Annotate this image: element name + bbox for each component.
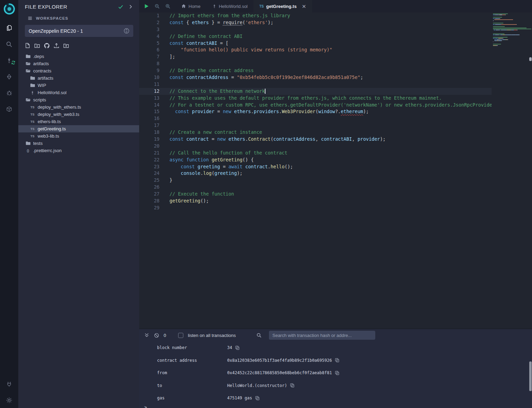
code-token: // Execute the function [170, 191, 234, 197]
minimap-token [493, 41, 493, 42]
clear-console-icon[interactable] [154, 333, 159, 338]
close-tab-icon[interactable]: ✕ [302, 4, 306, 9]
deploy-run-icon[interactable] [5, 72, 14, 81]
zoom-out-icon[interactable] [155, 4, 160, 9]
listen-all-transactions-checkbox[interactable] [178, 333, 183, 338]
file-tree-item-.prettierrc.json[interactable]: {}.prettierrc.json [18, 147, 139, 154]
code-lines[interactable]: 1// Import ethers from the ethers.js lib… [139, 12, 492, 329]
plugin-manager-icon[interactable] [5, 105, 14, 113]
load-folder-icon[interactable] [63, 43, 69, 49]
code-line-5[interactable]: 5const contractABI = [ [139, 40, 492, 47]
hamburger-menu-icon[interactable] [28, 16, 32, 21]
code-line-27[interactable]: 27// Execute the function [139, 191, 492, 198]
tab-getgreeting-ts[interactable]: TS getGreeting.ts ✕ [253, 0, 312, 12]
solidity-compiler-icon[interactable] [5, 56, 14, 65]
file-tree-item-deploy_with_ethers.ts[interactable]: TSdeploy_with_ethers.ts [18, 103, 139, 111]
zoom-in-icon[interactable] [165, 4, 171, 9]
code-line-1[interactable]: 1// Import ethers from the ethers.js lib… [139, 12, 492, 19]
file-tree-item-contracts[interactable]: contracts [18, 67, 139, 74]
copy-icon[interactable] [335, 358, 339, 362]
workspace-selector[interactable]: OpenZeppelin ERC20 - 1 [25, 25, 133, 37]
code-line-16[interactable]: 16 [139, 115, 492, 122]
code-line-4[interactable]: 4// Define the contract ABI [139, 33, 492, 40]
file-tree-item-artifacts[interactable]: artifacts [18, 74, 139, 82]
code-line-28[interactable]: 28getGreeting(); [139, 198, 492, 205]
code-line-21[interactable]: 21// Call the hello function of the cont… [139, 150, 492, 157]
search-icon[interactable] [5, 40, 14, 49]
file-tree-item-label: scripts [33, 97, 46, 102]
file-explorer-icon[interactable] [5, 23, 14, 32]
minimap-token [503, 34, 505, 35]
code-line-3[interactable]: 3 [139, 26, 492, 33]
code-line-13[interactable]: 13// This example uses the default provi… [139, 95, 492, 102]
code-line-9[interactable]: 9// Define the contract address [139, 67, 492, 74]
folder-closed-icon [25, 54, 31, 59]
terminal-search-input[interactable] [269, 331, 375, 340]
file-tree-item-artifacts[interactable]: artifacts [18, 60, 139, 67]
line-content: getGreeting(); [159, 198, 209, 205]
chevron-right-icon[interactable] [128, 4, 133, 9]
page-scrollbar-thumb[interactable] [529, 361, 532, 391]
file-tree-item-.deps[interactable]: .deps [18, 53, 139, 60]
settings-gear-icon[interactable] [5, 396, 14, 405]
code-token: log [203, 170, 212, 176]
tab-helloworld-sol[interactable]: HelloWorld.sol [206, 0, 254, 12]
code-line-2[interactable]: 2const { ethers } = require('ethers'); [139, 19, 492, 26]
line-content: const greeting = await contract.hello(); [159, 163, 293, 170]
code-line-24[interactable]: 24 console.log(greeting); [139, 170, 492, 177]
minimap-token [499, 40, 501, 41]
check-icon[interactable] [118, 4, 124, 10]
code-line-8[interactable]: 8 [139, 60, 492, 67]
file-tree-item-web3-lib.ts[interactable]: TSweb3-lib.ts [18, 132, 139, 140]
copy-icon[interactable] [255, 396, 260, 400]
file-tree-item-tests[interactable]: tests [18, 140, 139, 147]
code-line-20[interactable]: 20 [139, 143, 492, 150]
code-line-25[interactable]: 25} [139, 177, 492, 184]
code-token: ethers [192, 20, 209, 25]
code-line-15[interactable]: 15 const provider = new ethers.providers… [139, 108, 492, 115]
upload-file-icon[interactable] [54, 43, 59, 49]
file-tree-item-getGreeting.ts[interactable]: TSgetGreeting.ts [18, 125, 139, 132]
copy-icon[interactable] [235, 346, 240, 350]
plugin-connector-icon[interactable] [5, 379, 14, 388]
code-token: await [229, 164, 243, 169]
new-file-icon[interactable] [25, 43, 30, 49]
code-line-23[interactable]: 23 const greeting = await contract.hello… [139, 163, 492, 170]
code-line-6[interactable]: 6 "function hello() public view returns … [139, 47, 492, 53]
github-icon[interactable] [44, 43, 50, 49]
line-number: 11 [139, 81, 159, 88]
run-script-button[interactable] [144, 3, 149, 9]
code-line-17[interactable]: 17 [139, 122, 492, 129]
code-line-18[interactable]: 18// Create a new contract instance [139, 129, 492, 136]
code-line-14[interactable]: 14// For a testnet or custom RPC, use et… [139, 102, 492, 109]
terminal-prompt[interactable]: > [139, 405, 532, 408]
line-number: 2 [139, 19, 159, 26]
copy-icon[interactable] [290, 383, 294, 388]
code-line-11[interactable]: 11 [139, 81, 492, 88]
file-tree-item-scripts[interactable]: scripts [18, 96, 139, 103]
line-content: ]; [159, 53, 175, 60]
minimap-token [505, 14, 506, 15]
editor-scrollbar-thumb[interactable] [529, 57, 532, 61]
transaction-details: block number34contract address0x8a120383… [139, 341, 532, 405]
remix-logo-icon[interactable] [2, 2, 16, 16]
code-line-26[interactable]: 26 [139, 184, 492, 191]
code-line-10[interactable]: 10const contractAddress = "0xb54febb5c0c… [139, 74, 492, 81]
new-folder-icon[interactable] [34, 43, 40, 49]
code-line-12[interactable]: 12// Connect to the Ethereum network [139, 88, 492, 95]
collapse-terminal-icon[interactable] [144, 332, 149, 338]
editor-minimap[interactable] [492, 12, 532, 329]
code-token: contract [186, 136, 209, 142]
file-tree-item-WIP[interactable]: WIP [18, 82, 139, 89]
code-line-22[interactable]: 22async function getGreeting() { [139, 157, 492, 163]
tab-home[interactable]: Home [175, 0, 206, 12]
file-tree-item-deploy_with_web3.ts[interactable]: TSdeploy_with_web3.ts [18, 111, 139, 118]
code-line-19[interactable]: 19const contract = new ethers.Contract(c… [139, 136, 492, 143]
debugger-icon[interactable] [5, 88, 14, 97]
file-tree-item-HelloWorld.sol[interactable]: HelloWorld.sol [18, 89, 139, 96]
code-line-7[interactable]: 7]; [139, 53, 492, 60]
copy-icon[interactable] [335, 371, 339, 375]
code-line-29[interactable]: 29 [139, 205, 492, 211]
minimap-line [493, 44, 531, 44]
file-tree-item-ethers-lib.ts[interactable]: TSethers-lib.ts [18, 118, 139, 125]
